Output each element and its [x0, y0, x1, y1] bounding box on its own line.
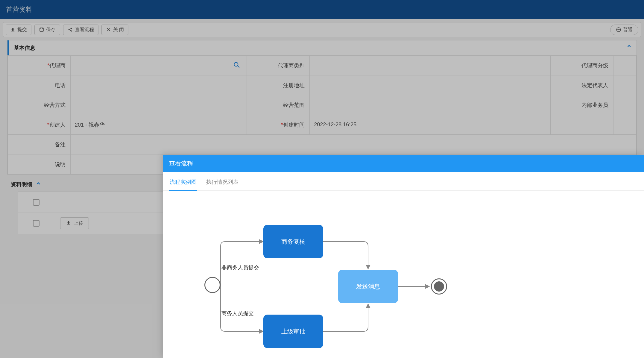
search-icon[interactable] — [233, 61, 241, 71]
edge-label-non-biz: 非商务人员提交 — [221, 264, 259, 271]
label-phone: 电话 — [55, 82, 66, 88]
bpmn-task-review[interactable]: 商务复核 — [263, 225, 323, 258]
input-internal-sales[interactable] — [613, 95, 637, 115]
input-agent-type[interactable] — [310, 56, 551, 75]
input-legal-rep[interactable] — [613, 75, 637, 95]
detail-title: 资料明细 — [11, 181, 32, 188]
edge-label-biz: 商务人员提交 — [221, 310, 254, 317]
collapse-icon[interactable]: ⌃ — [626, 44, 632, 52]
upload-icon — [10, 27, 16, 32]
diagram-connectors — [163, 191, 644, 358]
submit-label: 提交 — [17, 27, 27, 33]
share-icon — [68, 27, 73, 32]
row-checkbox-cell[interactable] — [18, 213, 54, 234]
label-desc: 说明 — [55, 161, 66, 167]
input-agent-level[interactable] — [613, 56, 637, 75]
priority-badge[interactable]: 普通 — [610, 25, 638, 35]
input-reg-addr[interactable] — [310, 75, 551, 95]
close-button[interactable]: 关 闭 — [101, 25, 128, 35]
svg-point-5 — [234, 62, 238, 66]
save-button[interactable]: 保存 — [34, 25, 60, 35]
input-agent[interactable] — [71, 56, 247, 75]
basic-info-title: 基本信息 — [14, 44, 35, 51]
svg-rect-0 — [40, 28, 43, 31]
input-biz-mode[interactable] — [71, 95, 247, 115]
label-creator: 创建人 — [49, 122, 66, 128]
priority-label: 普通 — [623, 27, 633, 33]
view-process-button[interactable]: 查看流程 — [63, 25, 98, 35]
label-internal-sales: 内部业务员 — [581, 102, 608, 108]
tab-log[interactable]: 执行情况列表 — [206, 176, 239, 190]
chevron-up-icon — [35, 180, 41, 188]
modal-tabs: 流程实例图 执行情况列表 — [163, 172, 644, 191]
view-process-label: 查看流程 — [75, 27, 94, 33]
label-legal-rep: 法定代表人 — [581, 82, 608, 88]
window-titlebar: 首营资料 — [0, 0, 644, 19]
process-diagram[interactable]: 商务复核 上级审批 发送消息 非商务人员提交 商务人员提交 — [163, 191, 644, 358]
header-checkbox-cell[interactable] — [18, 192, 54, 213]
bpmn-start-node[interactable] — [204, 277, 221, 293]
upload-button[interactable]: 上传 — [60, 217, 89, 229]
close-label: 关 闭 — [113, 27, 124, 33]
label-agent-level: 代理商分级 — [581, 63, 608, 69]
label-create-time: 创建时间 — [283, 122, 305, 128]
minus-circle-icon — [616, 27, 621, 32]
toolbar: 提交 保存 查看流程 关 闭 普通 — [3, 22, 641, 37]
input-remark[interactable] — [71, 135, 637, 154]
modal-title: 查看流程 — [169, 160, 193, 168]
tab-diagram[interactable]: 流程实例图 — [169, 176, 197, 191]
save-label: 保存 — [46, 27, 56, 33]
checkbox-icon — [33, 199, 40, 206]
label-agent: 代理商 — [49, 63, 66, 69]
modal-header: 查看流程 — [163, 155, 644, 172]
upload-icon — [66, 220, 71, 227]
input-phone[interactable] — [71, 75, 247, 95]
input-biz-scope[interactable] — [310, 95, 551, 115]
window-title: 首营资料 — [6, 5, 32, 14]
basic-info-card: 基本信息 ⌃ *代理商 代理商类别 代理商分级 电话 注册地址 — [7, 40, 637, 175]
label-biz-mode: 经营方式 — [44, 102, 66, 108]
input-create-time[interactable]: 2022-12-28 16:25 — [310, 115, 551, 135]
save-icon — [39, 27, 44, 32]
close-icon — [106, 27, 111, 32]
view-process-modal: 查看流程 流程实例图 执行情况列表 — [163, 155, 644, 358]
label-reg-addr: 注册地址 — [283, 82, 305, 88]
bpmn-task-approve[interactable]: 上级审批 — [263, 315, 323, 348]
label-biz-scope: 经营范围 — [283, 102, 305, 108]
label-agent-type: 代理商类别 — [278, 63, 305, 69]
bpmn-task-send[interactable]: 发送消息 — [338, 270, 398, 303]
input-creator[interactable]: 201 - 祝春华 — [71, 115, 247, 135]
label-remark: 备注 — [55, 142, 66, 148]
checkbox-icon — [33, 220, 40, 227]
upload-label: 上传 — [74, 220, 83, 227]
submit-button[interactable]: 提交 — [6, 25, 31, 35]
bpmn-end-node[interactable] — [431, 278, 447, 295]
